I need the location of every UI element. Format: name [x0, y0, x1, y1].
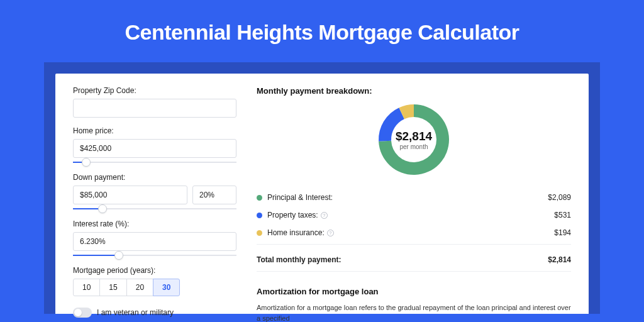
period-button-15[interactable]: 15	[99, 279, 126, 296]
zip-field: Property Zip Code:	[73, 86, 236, 118]
info-icon[interactable]: ?	[321, 212, 328, 219]
breakdown-title: Monthly payment breakdown:	[257, 86, 571, 96]
page-title: Centennial Heights Mortgage Calculator	[0, 20, 644, 45]
period-field: Mortgage period (years): 10152030	[73, 266, 236, 296]
down-payment-label: Down payment:	[73, 173, 236, 182]
donut-chart: $2,814 per month	[257, 102, 571, 177]
form-panel: Property Zip Code: Home price: Down paym…	[73, 86, 236, 314]
down-payment-input[interactable]	[73, 186, 187, 204]
down-payment-pct-input[interactable]	[192, 186, 236, 204]
legend-row: Property taxes:?$531	[257, 206, 571, 224]
legend-row: Home insurance:?$194	[257, 224, 571, 242]
legend-value: $194	[554, 228, 571, 237]
legend-dot-icon	[257, 230, 262, 236]
total-value: $2,814	[548, 255, 571, 264]
home-price-field: Home price:	[73, 126, 236, 164]
breakdown-panel: Monthly payment breakdown: $2,814 per mo…	[257, 86, 571, 314]
veteran-label: I am veteran or military	[97, 308, 174, 317]
legend-value: $2,089	[548, 193, 571, 202]
calculator-frame: Property Zip Code: Home price: Down paym…	[44, 62, 600, 314]
legend-dot-icon	[257, 213, 262, 218]
amortization-title: Amortization for mortgage loan	[257, 287, 571, 296]
info-icon[interactable]: ?	[327, 230, 334, 236]
legend-value: $531	[554, 211, 571, 219]
period-buttons: 10152030	[73, 279, 236, 296]
interest-field: Interest rate (%):	[73, 219, 236, 257]
legend-label: Home insurance:?	[267, 228, 554, 237]
period-label: Mortgage period (years):	[73, 266, 236, 275]
legend-label: Principal & Interest:	[267, 193, 548, 202]
legend-dot-icon	[257, 195, 262, 201]
interest-input[interactable]	[73, 232, 236, 251]
zip-label: Property Zip Code:	[73, 86, 236, 95]
interest-slider[interactable]	[73, 253, 236, 257]
donut-amount: $2,814	[396, 130, 432, 143]
home-price-slider[interactable]	[73, 160, 236, 164]
interest-label: Interest rate (%):	[73, 219, 236, 228]
legend-row: Principal & Interest:$2,089	[257, 189, 571, 206]
period-button-20[interactable]: 20	[126, 279, 153, 296]
down-payment-slider[interactable]	[73, 207, 236, 211]
home-price-label: Home price:	[73, 126, 236, 135]
divider	[257, 271, 571, 272]
donut-sub: per month	[396, 143, 432, 150]
legend: Principal & Interest:$2,089Property taxe…	[257, 189, 571, 245]
calculator-card: Property Zip Code: Home price: Down paym…	[55, 74, 589, 314]
veteran-toggle[interactable]	[73, 308, 92, 318]
down-payment-field: Down payment:	[73, 173, 236, 211]
zip-input[interactable]	[73, 99, 236, 118]
total-row: Total monthly payment: $2,814	[257, 251, 571, 269]
amortization-section: Amortization for mortgage loan Amortizat…	[257, 280, 571, 322]
amortization-text: Amortization for a mortgage loan refers …	[257, 303, 571, 322]
period-button-30[interactable]: 30	[153, 279, 180, 296]
total-label: Total monthly payment:	[257, 255, 548, 264]
legend-label: Property taxes:?	[267, 211, 554, 219]
period-button-10[interactable]: 10	[73, 279, 100, 296]
home-price-input[interactable]	[73, 139, 236, 158]
veteran-row: I am veteran or military	[73, 308, 236, 318]
hero: Centennial Heights Mortgage Calculator	[0, 0, 644, 62]
